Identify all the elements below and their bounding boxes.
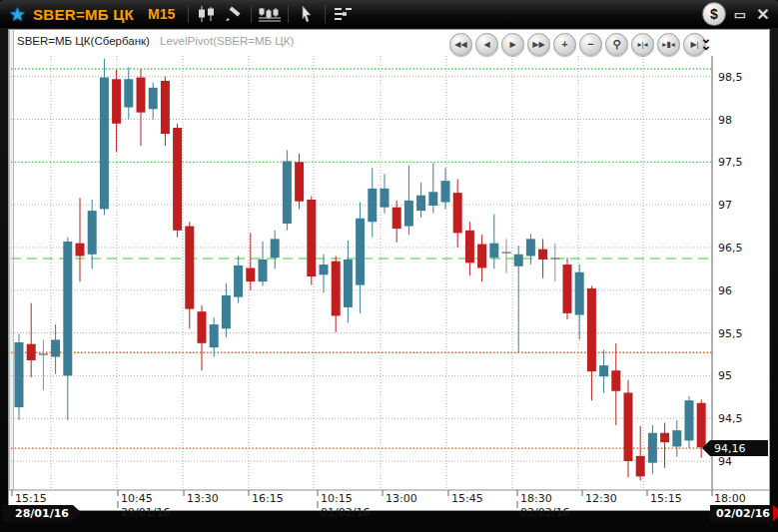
candle-13[interactable] — [173, 124, 182, 238]
candle-7[interactable] — [100, 59, 109, 216]
candle-2[interactable] — [39, 339, 48, 390]
time-axis-label: 12:30 — [585, 492, 617, 505]
price-axis-label: 96 — [718, 283, 732, 296]
scroll-fast-left-button[interactable]: ◀◀ — [449, 33, 472, 56]
candle-30[interactable] — [381, 174, 389, 213]
last-price-tag: 94,16 — [710, 440, 768, 456]
time-axis-label: 10:45 — [121, 492, 153, 505]
zoom-select-button[interactable]: ⚲ — [605, 33, 628, 56]
time-axis-label: 15:15 — [15, 492, 47, 505]
date-axis-label: 02/02/16 — [520, 506, 569, 519]
candle-15[interactable] — [198, 305, 207, 370]
toolbar-separator — [251, 5, 252, 23]
candle-10[interactable] — [137, 69, 146, 146]
zoom-out-button[interactable]: − — [579, 33, 602, 56]
candle-14[interactable] — [185, 222, 194, 328]
title-bar[interactable]: ★ SBER=МБ ЦК M15 $ ▭ ✕ — [0, 0, 778, 28]
candle-29[interactable] — [368, 168, 377, 237]
candle-20[interactable] — [259, 242, 268, 286]
candle-54[interactable] — [672, 420, 681, 457]
candle-21[interactable] — [271, 231, 280, 269]
candlestick-plot[interactable] — [9, 30, 771, 512]
candle-8[interactable] — [112, 70, 121, 152]
candle-46[interactable] — [575, 265, 584, 339]
collapse-toolbar-chevron-icon[interactable]: ⌄⌄ — [698, 35, 714, 49]
price-axis-label: 97,5 — [718, 156, 743, 169]
candle-37[interactable] — [465, 222, 474, 275]
candle-49[interactable] — [611, 343, 620, 425]
candle-51[interactable] — [636, 426, 645, 481]
candle-45[interactable] — [563, 258, 572, 319]
chart-window: ★ SBER=МБ ЦК M15 $ ▭ ✕ SBER=М — [0, 0, 778, 532]
date-tag-left: 28/01/16 — [3, 505, 73, 522]
candle-11[interactable] — [149, 83, 158, 120]
candle-33[interactable] — [416, 183, 425, 218]
candle-41[interactable] — [514, 246, 523, 352]
candle-40[interactable] — [502, 239, 511, 272]
candle-0[interactable] — [15, 333, 24, 419]
candle-17[interactable] — [222, 283, 231, 337]
price-axis-label: 94,5 — [718, 412, 743, 425]
pencil-draw-icon[interactable] — [220, 4, 246, 24]
candles[interactable] — [15, 59, 706, 481]
candle-42[interactable] — [526, 234, 535, 265]
candle-31[interactable] — [392, 201, 401, 243]
close-button[interactable]: ✕ — [754, 5, 772, 24]
candle-50[interactable] — [624, 380, 633, 478]
date-tag-right: 02/02/16 — [710, 505, 773, 522]
candle-5[interactable] — [76, 198, 85, 281]
level-list-icon[interactable] — [331, 4, 357, 24]
candle-12[interactable] — [161, 77, 170, 146]
candle-25[interactable] — [320, 255, 329, 293]
candle-26[interactable] — [332, 257, 341, 332]
compress-candles-button[interactable]: ▸▮◂ — [657, 33, 680, 56]
candle-1[interactable] — [27, 303, 36, 377]
candle-35[interactable] — [441, 168, 450, 209]
candle-3[interactable] — [51, 324, 60, 374]
candle-24[interactable] — [307, 197, 316, 285]
candle-32[interactable] — [404, 166, 413, 235]
candle-52[interactable] — [648, 425, 657, 474]
price-axis-label: 98 — [718, 113, 732, 126]
chart-nav-toolbar: ◀◀◀▶▶▶+−⚲▸|◂▸▮◂▶| — [449, 33, 706, 56]
chart-levels-icon[interactable] — [257, 4, 283, 24]
candle-18[interactable] — [234, 257, 243, 303]
candlestick-chart-icon[interactable] — [194, 4, 220, 24]
scroll-fast-right-button[interactable]: ▶▶ — [527, 33, 550, 56]
candle-55[interactable] — [685, 396, 694, 448]
candle-44[interactable] — [550, 244, 559, 282]
price-axis-label: 98,5 — [718, 70, 743, 83]
candle-34[interactable] — [428, 163, 437, 214]
toolbar-separator — [188, 5, 189, 23]
candle-36[interactable] — [453, 179, 462, 247]
candle-39[interactable] — [489, 215, 498, 269]
scroll-right-button[interactable]: ▶ — [501, 33, 524, 56]
candle-9[interactable] — [124, 67, 133, 119]
candle-22[interactable] — [283, 150, 292, 230]
candle-43[interactable] — [538, 239, 547, 277]
scroll-left-button[interactable]: ◀ — [475, 33, 498, 56]
toolbar-separator — [288, 5, 289, 23]
time-axis-label: 15:15 — [650, 492, 682, 505]
cursor-pointer-icon[interactable] — [294, 4, 320, 24]
candle-28[interactable] — [356, 203, 365, 313]
zoom-in-button[interactable]: + — [553, 33, 576, 56]
chart-area[interactable]: SBER=МБ ЦК(Сбербанк) LevelPivot(SBER=МБ … — [8, 29, 770, 511]
candle-47[interactable] — [587, 285, 596, 400]
candle-16[interactable] — [210, 317, 219, 356]
candle-19[interactable] — [246, 233, 255, 289]
toolbar-separator — [325, 5, 326, 23]
time-axis-label: 18:00 — [714, 492, 746, 505]
candle-27[interactable] — [344, 241, 353, 322]
candle-4[interactable] — [63, 238, 72, 420]
candle-48[interactable] — [599, 350, 608, 393]
compress-horizontal-button[interactable]: ▸|◂ — [631, 33, 654, 56]
favorite-star-icon: ★ — [9, 3, 26, 26]
symbol-title: SBER=МБ ЦК — [33, 6, 134, 23]
candle-38[interactable] — [477, 235, 486, 281]
currency-button[interactable]: $ — [702, 2, 726, 26]
timeframe-label: M15 — [148, 6, 175, 22]
price-axis-label: 97 — [718, 199, 732, 212]
time-axis-label: 18:30 — [520, 492, 552, 505]
minimize-button[interactable]: ▭ — [732, 7, 748, 22]
